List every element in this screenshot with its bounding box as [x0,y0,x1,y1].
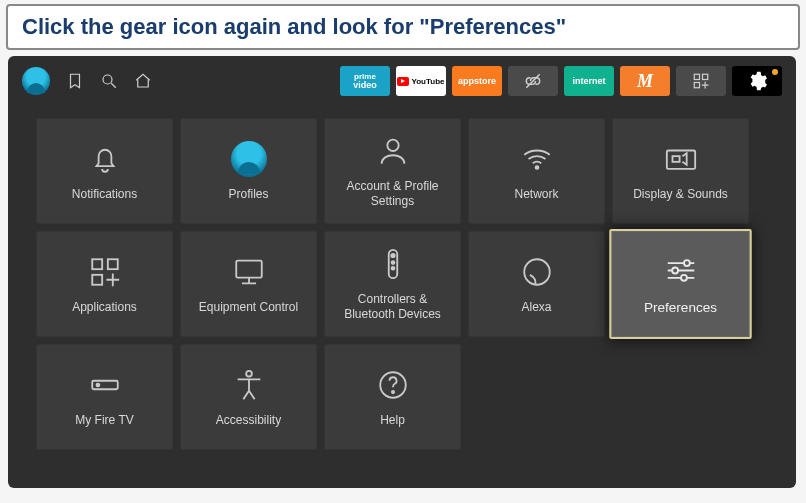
app-m[interactable]: M [620,66,670,96]
svg-rect-17 [236,260,262,277]
home-icon[interactable] [134,72,152,90]
tile-my-fire-tv[interactable]: My Fire TV [36,344,173,450]
accessibility-icon [232,367,266,403]
remote-icon [376,246,410,282]
profile-avatar-icon[interactable] [22,67,50,95]
tile-account-profile-settings[interactable]: Account & Profile Settings [324,118,461,224]
display-sound-icon [664,141,698,177]
tile-profiles[interactable]: Profiles [180,118,317,224]
svg-point-0 [103,75,112,84]
left-nav-icons [22,67,152,95]
svg-point-33 [246,370,252,376]
tile-equipment-control[interactable]: Equipment Control [180,231,317,337]
svg-line-2 [526,74,539,87]
app-unlink[interactable] [508,66,558,96]
search-icon[interactable] [100,72,118,90]
tile-help[interactable]: Help [324,344,461,450]
app-prime-video[interactable]: prime video [340,66,390,96]
alexa-icon [520,254,554,290]
tile-applications[interactable]: Applications [36,231,173,337]
svg-point-32 [96,383,99,386]
firetv-device-icon [88,367,122,403]
app-internet[interactable]: internet [564,66,614,96]
svg-rect-10 [666,150,694,168]
instruction-banner: Click the gear icon again and look for "… [6,4,800,50]
svg-rect-12 [92,259,102,269]
svg-point-8 [387,140,398,151]
svg-point-23 [391,267,394,270]
tile-display-sounds[interactable]: Display & Sounds [612,118,749,224]
svg-point-9 [535,166,538,169]
app-appstore[interactable]: appstore [452,66,502,96]
tile-alexa[interactable]: Alexa [468,231,605,337]
profile-icon [231,141,267,177]
help-icon [376,367,410,403]
svg-point-28 [672,267,678,273]
bookmark-icon[interactable] [66,72,84,90]
svg-rect-4 [703,74,708,79]
svg-rect-11 [672,156,679,162]
svg-rect-13 [107,259,117,269]
apps-icon [88,254,122,290]
svg-rect-14 [92,274,102,284]
svg-rect-5 [694,83,699,88]
app-all-apps[interactable] [676,66,726,96]
svg-point-30 [681,275,687,281]
svg-line-1 [111,83,116,88]
sliders-icon [663,252,698,289]
bell-icon [88,141,122,177]
tv-icon [232,254,266,290]
instruction-text: Click the gear icon again and look for "… [22,14,566,39]
tile-preferences[interactable]: Preferences [609,229,751,339]
svg-point-21 [391,254,394,257]
settings-gear-button[interactable] [732,66,782,96]
person-icon [376,133,410,169]
svg-point-22 [391,261,394,264]
tile-notifications[interactable]: Notifications [36,118,173,224]
youtube-play-icon [397,77,409,86]
tile-network[interactable]: Network [468,118,605,224]
wifi-icon [520,141,554,177]
svg-point-35 [391,390,393,392]
app-shortcut-row: prime video YouTube appstore internet [340,66,782,96]
settings-grid: Notifications Profiles Account & Profile… [8,104,796,460]
tile-controllers-bluetooth[interactable]: Controllers & Bluetooth Devices [324,231,461,337]
svg-rect-3 [694,74,699,79]
tile-accessibility[interactable]: Accessibility [180,344,317,450]
fire-tv-screen: prime video YouTube appstore internet [8,56,796,488]
top-bar: prime video YouTube appstore internet [8,56,796,104]
svg-point-26 [683,260,689,266]
svg-point-24 [524,259,550,285]
app-youtube[interactable]: YouTube [396,66,446,96]
